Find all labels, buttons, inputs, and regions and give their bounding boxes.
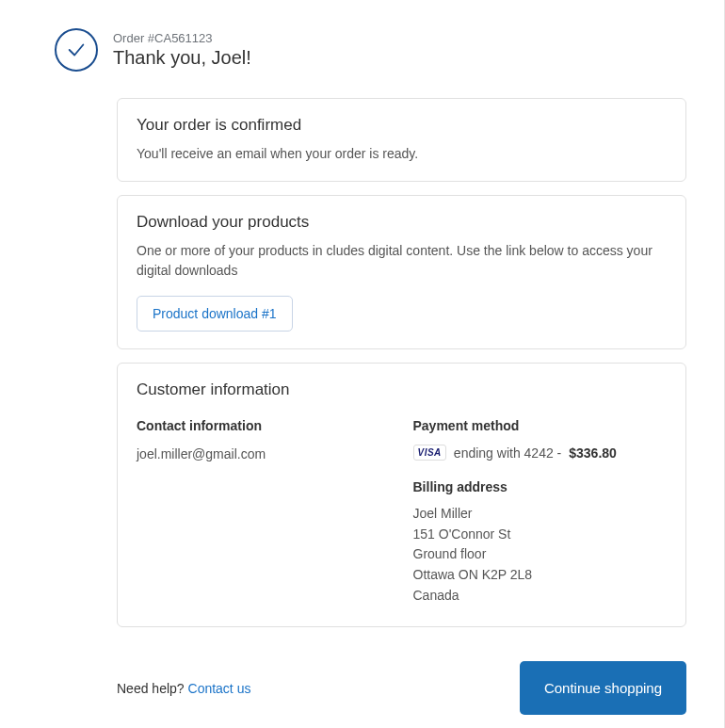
billing-line-4: Ottawa ON K2P 2L8 [413, 565, 668, 586]
billing-address-label: Billing address [413, 479, 668, 494]
download-card: Download your products One or more of yo… [117, 195, 686, 349]
payment-block: Payment method VISA ending with 4242 - $… [413, 418, 668, 606]
visa-icon: VISA [413, 445, 446, 461]
help-text: Need help? Contact us [117, 681, 250, 696]
order-header: Order #CA561123 Thank you, Joel! [55, 28, 686, 72]
billing-line-3: Ground floor [413, 544, 668, 565]
payment-method-label: Payment method [413, 418, 668, 433]
contact-info-label: Contact information [137, 418, 391, 433]
help-prefix: Need help? [117, 681, 188, 696]
customer-info-title: Customer information [137, 380, 667, 399]
thank-you-text: Thank you, Joel! [113, 47, 251, 69]
order-number: Order #CA561123 [113, 31, 251, 45]
billing-line-5: Canada [413, 586, 668, 607]
product-download-button[interactable]: Product download #1 [137, 296, 293, 332]
billing-line-1: Joel Miller [413, 504, 668, 525]
payment-ending-text: ending with 4242 - [454, 445, 561, 461]
confirmation-card: Your order is confirmed You'll receive a… [117, 98, 686, 182]
checkmark-icon [55, 28, 98, 72]
payment-line: VISA ending with 4242 - $336.80 [413, 445, 668, 461]
continue-shopping-button[interactable]: Continue shopping [520, 661, 686, 715]
confirmation-body: You'll receive an email when your order … [137, 144, 667, 164]
confirmation-title: Your order is confirmed [137, 116, 667, 135]
download-title: Download your products [137, 213, 667, 232]
contact-us-link[interactable]: Contact us [188, 681, 251, 696]
download-body: One or more of your products in cludes d… [137, 241, 667, 281]
contact-info-block: Contact information joel.miller@gmail.co… [137, 418, 391, 606]
footer-row: Need help? Contact us Continue shopping [117, 661, 686, 715]
payment-amount: $336.80 [569, 445, 617, 461]
customer-info-card: Customer information Contact information… [117, 363, 686, 627]
billing-line-2: 151 O'Connor St [413, 525, 668, 545]
contact-email: joel.miller@gmail.com [137, 445, 391, 464]
billing-block: Billing address Joel Miller 151 O'Connor… [413, 479, 668, 606]
